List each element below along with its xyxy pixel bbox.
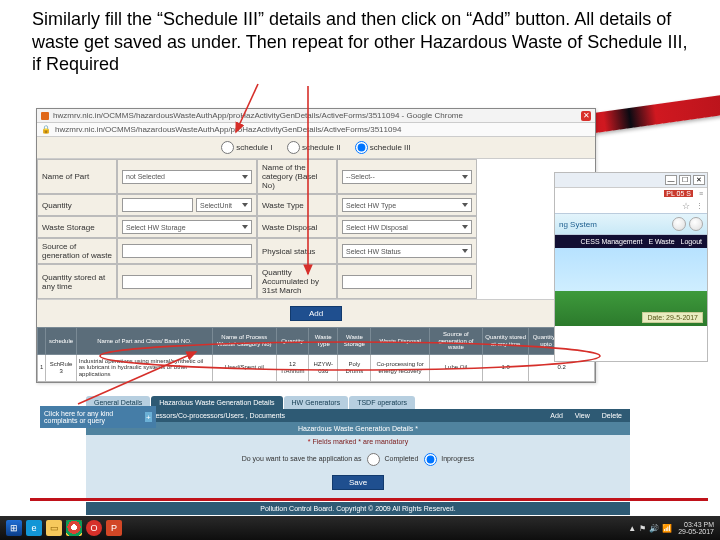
chevron-down-icon — [462, 175, 468, 179]
background-window: — ☐ ✕ PL 05 S ≡ ☆ ⋮ ng System CESS Manag… — [554, 172, 708, 362]
system-tray[interactable]: ▲ ⚑ 🔊 📶 — [628, 524, 672, 533]
select-waste-type[interactable]: Select HW Type — [342, 198, 472, 212]
url-input[interactable] — [55, 125, 591, 134]
close-icon[interactable]: ✕ — [693, 175, 705, 185]
field-qty-accum[interactable] — [337, 264, 477, 299]
action-delete[interactable]: Delete — [602, 412, 622, 419]
window-controls: — ☐ ✕ — [555, 173, 707, 188]
add-row: Add — [37, 299, 595, 327]
chevron-down-icon — [462, 203, 468, 207]
radio-inprogress[interactable] — [424, 453, 437, 466]
save-button[interactable]: Save — [332, 475, 384, 490]
instruction-text: Similarly fill the “Schedule III” detail… — [0, 0, 720, 82]
field-qty-stored[interactable] — [117, 264, 257, 299]
pdf-badge: PL 05 S — [664, 190, 693, 197]
portal-tabs: General Details Hazardous Waste Generati… — [86, 396, 630, 409]
table-header-row: schedule Name of Part and Class/ Basel N… — [38, 328, 595, 355]
add-button[interactable]: Add — [290, 306, 342, 321]
bookmark-row: ☆ ⋮ — [555, 199, 707, 213]
maximize-icon[interactable]: ☐ — [679, 175, 691, 185]
label-quantity: Quantity — [37, 194, 117, 216]
label-qty-stored: Quantity stored at any time — [37, 264, 117, 299]
url-bar[interactable]: 🔒 — [37, 123, 595, 137]
label-physical-status: Physical status — [257, 238, 337, 264]
field-name-of-part[interactable]: not Selected — [117, 159, 257, 194]
tray-up-icon[interactable]: ▲ — [628, 524, 636, 533]
favicon — [41, 112, 49, 120]
radio-schedule2[interactable]: schedule II — [287, 143, 341, 152]
form-grid: Name of Part not Selected Name of the ca… — [37, 159, 595, 299]
emblems — [672, 217, 703, 231]
radio-schedule3[interactable]: schedule III — [355, 143, 411, 152]
mandatory-note: * Fields marked * are mandatory — [86, 435, 630, 448]
label-waste-storage-inline: Waste Storage — [37, 216, 117, 238]
menu-cess[interactable]: CESS Management — [581, 238, 643, 245]
portal-footer: Pollution Control Board. Copyright © 200… — [86, 502, 630, 515]
chevron-down-icon — [462, 249, 468, 253]
tab-tsdf[interactable]: TSDF operators — [349, 396, 415, 409]
label-name-of-category: Name of the category (Basel No) — [257, 159, 337, 194]
label-name-of-part: Name of Part — [37, 159, 117, 194]
select-waste-storage[interactable]: Select HW Storage — [117, 216, 257, 238]
chevron-down-icon — [242, 175, 248, 179]
menu-logout[interactable]: Logout — [681, 238, 702, 245]
portal-title: ng System — [559, 220, 597, 229]
chevron-down-icon — [242, 203, 248, 207]
label-waste-disposal: Waste Disposal — [257, 216, 337, 238]
tray-flag-icon[interactable]: ⚑ — [639, 524, 646, 533]
radio-schedule1[interactable]: schedule I — [221, 143, 272, 152]
label-qty-accum: Quantity Accumulated by 31st March — [257, 264, 337, 299]
plus-icon: + — [145, 412, 152, 422]
tab-title: hwzmrv.nic.in/OCMMS/hazardousWasteAuthAp… — [53, 111, 577, 120]
minimize-icon[interactable]: — — [665, 175, 677, 185]
powerpoint-icon[interactable]: P — [106, 520, 122, 536]
ie-icon[interactable]: e — [26, 520, 42, 536]
field-quantity[interactable]: SelectUnit — [117, 194, 257, 216]
tray-volume-icon[interactable]: 🔊 — [649, 524, 659, 533]
schedule-radio-row: schedule I schedule II schedule III — [37, 137, 595, 159]
tray-network-icon[interactable]: 📶 — [662, 524, 672, 533]
date-label: Date: 29-5-2017 — [642, 312, 703, 323]
lock-icon: 🔒 — [41, 125, 51, 134]
browser-titlebar: hwzmrv.nic.in/OCMMS/hazardousWasteAuthAp… — [37, 109, 595, 123]
file-explorer-icon[interactable]: ▭ — [46, 520, 62, 536]
radio-completed[interactable] — [367, 453, 380, 466]
action-view[interactable]: View — [575, 412, 590, 419]
table-row[interactable]: 1 SchRule 3 Industrial operations using … — [38, 354, 595, 381]
label-source-gen: Source of generation of waste — [37, 238, 117, 264]
chrome-icon[interactable] — [66, 520, 82, 536]
chevron-down-icon — [462, 225, 468, 229]
complaint-link[interactable]: Click here for any kind complaints or qu… — [40, 406, 156, 428]
tab-hw-gen[interactable]: Hazardous Waste Generation Details — [151, 396, 282, 409]
field-name-of-category[interactable]: --Select-- — [337, 159, 477, 194]
portal-banner: Date: 29-5-2017 — [555, 248, 707, 326]
decorative-red-line — [30, 498, 708, 501]
browser-toolbar-row: PL 05 S ≡ — [555, 188, 707, 199]
label-waste-type: Waste Type — [257, 194, 337, 216]
save-prompt-row: Do you want to save the application as C… — [86, 448, 630, 471]
taskbar: ⊞ e ▭ O P ▲ ⚑ 🔊 📶 03:43 PM 29-05-2017 — [0, 516, 720, 540]
select-physical-status[interactable]: Select HW Status — [337, 238, 477, 264]
saved-waste-table: schedule Name of Part and Class/ Basel N… — [37, 327, 595, 382]
save-button-row: Save — [86, 471, 630, 498]
chevron-down-icon — [242, 225, 248, 229]
section-header: Hazardous Waste Generation Details * — [86, 422, 630, 435]
browser-window: hwzmrv.nic.in/OCMMS/hazardousWasteAuthAp… — [36, 108, 596, 383]
tab-hw-generators[interactable]: HW Generators — [284, 396, 349, 409]
close-icon[interactable]: ✕ — [581, 111, 591, 121]
menu-icon[interactable]: ≡ — [699, 190, 703, 197]
subrow: Recyclers/ Pre-processors/Co-processors/… — [86, 409, 630, 422]
action-add[interactable]: Add — [550, 412, 562, 419]
menu-dots-icon[interactable]: ⋮ — [696, 202, 703, 210]
portal-header: ng System — [555, 213, 707, 235]
menu-ewaste[interactable]: E Waste — [648, 238, 674, 245]
field-source-gen[interactable] — [117, 238, 257, 264]
field-waste-type-storage: Select HW Type — [337, 194, 477, 216]
opera-icon[interactable]: O — [86, 520, 102, 536]
portal-top-menu: CESS Management E Waste Logout — [555, 235, 707, 248]
taskbar-clock[interactable]: 03:43 PM 29-05-2017 — [678, 521, 714, 535]
select-waste-disposal[interactable]: Select HW Disposal — [337, 216, 477, 238]
start-button[interactable]: ⊞ — [6, 520, 22, 536]
star-icon[interactable]: ☆ — [682, 201, 690, 211]
